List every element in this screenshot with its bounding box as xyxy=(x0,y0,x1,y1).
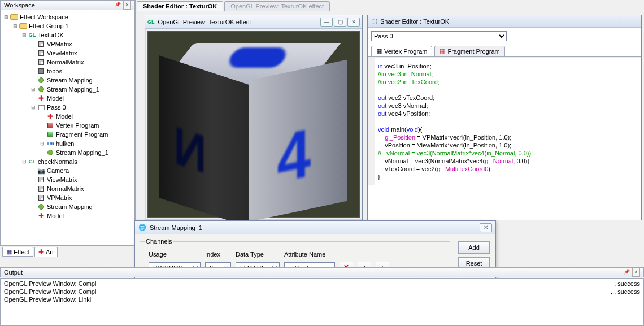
close-icon[interactable]: ✕ xyxy=(480,223,492,232)
tree-item[interactable]: NormalMatrix xyxy=(1,58,134,67)
tree-label: Effect Workspace xyxy=(20,14,68,20)
expand-icon[interactable]: ⊟ xyxy=(3,14,10,20)
tree-label: Stream Mapping xyxy=(47,77,93,84)
shader-titlebar[interactable]: ⬚ Shader Editor : TexturOK xyxy=(368,15,641,28)
gl-icon: GL xyxy=(28,31,37,39)
expand-icon[interactable]: ⊟ xyxy=(12,23,19,29)
expand-icon[interactable]: ⊟ xyxy=(21,159,28,164)
pin-icon[interactable]: 📌 xyxy=(624,268,630,277)
output-log[interactable]: OpenGL Preview Window: CompiOpenGL Previ… xyxy=(0,278,644,326)
tab-fragment-program[interactable]: ▦Fragment Program xyxy=(434,46,504,56)
texture-glyph-n: N xyxy=(173,114,206,186)
globe-icon: 🌐 xyxy=(138,224,146,231)
texture-glyph-4: 4 xyxy=(277,113,311,198)
tree-label: ViewMatrix xyxy=(47,50,77,56)
tree-item[interactable]: ✚Model xyxy=(1,112,134,121)
tree-item[interactable]: VPMatrix xyxy=(1,193,134,202)
tree-item[interactable]: ViewMatrix xyxy=(1,175,134,184)
tree-item[interactable]: Stream Mapping xyxy=(1,76,134,85)
tree-label: checkNormals xyxy=(38,158,77,165)
tree-label: VPMatrix xyxy=(47,194,72,201)
folder-icon xyxy=(19,22,28,30)
gl-titlebar[interactable]: GL OpenGL Preview: TexturOK effect — ▢ ✕ xyxy=(145,15,362,29)
output-title: Output xyxy=(4,268,23,276)
gl-icon: GL xyxy=(147,19,155,25)
maximize-icon[interactable]: ▢ xyxy=(334,18,346,27)
tree-item[interactable]: ✚Model xyxy=(1,211,134,220)
tree-item[interactable]: ⊟GLTexturOK xyxy=(1,31,134,40)
add-button[interactable]: Add xyxy=(458,241,490,254)
tree-item[interactable]: ✚Model xyxy=(1,94,134,103)
workspace-tabs: ▦Effect ✚Art xyxy=(0,246,135,257)
minimize-icon[interactable]: — xyxy=(320,18,333,27)
folder-icon xyxy=(10,13,19,21)
vert-icon xyxy=(46,121,55,129)
output-titlebar: Output 📌 × xyxy=(0,267,644,277)
gl-title: OpenGL Preview: TexturOK effect xyxy=(158,19,251,25)
expand-icon[interactable]: ⊞ xyxy=(39,141,46,146)
tab-effect[interactable]: ▦Effect xyxy=(2,247,33,257)
tree-label: Stream Mapping_1 xyxy=(56,149,108,156)
tree-label: Effect Group 1 xyxy=(29,23,69,29)
grid-icon xyxy=(37,58,46,66)
tab-gl-preview[interactable]: OpenGL Preview: TexturOK effect xyxy=(224,1,330,11)
tree-item[interactable]: Vertex Program xyxy=(1,121,134,130)
expand-icon[interactable]: ⊟ xyxy=(21,32,28,38)
tree-item[interactable]: tobbs xyxy=(1,67,134,76)
channels-legend: Channels xyxy=(145,238,173,245)
tree-item[interactable]: Stream Mapping xyxy=(1,202,134,211)
document-tabs: Shader Editor : TexturOK OpenGL Preview:… xyxy=(136,0,644,11)
dialog-titlebar[interactable]: 🌐 Stream Mapping_1 ✕ xyxy=(135,221,495,234)
pin-icon[interactable]: 📌 xyxy=(115,1,121,10)
tree-item[interactable]: ⊟Effect Workspace xyxy=(1,12,134,21)
tree-label: Stream Mapping_1 xyxy=(47,86,99,93)
tree-item[interactable]: 📷Camera xyxy=(1,166,134,175)
tree-item[interactable]: VPMatrix xyxy=(1,40,134,49)
dialog-title: Stream Mapping_1 xyxy=(150,224,202,231)
pass-selector[interactable]: Pass 0 xyxy=(371,31,507,41)
tree-item[interactable]: ⊟Effect Group 1 xyxy=(1,21,134,31)
tree-item[interactable]: Stream Mapping_1 xyxy=(1,148,134,157)
close-icon[interactable]: × xyxy=(123,1,131,10)
tree-label: Stream Mapping xyxy=(47,203,93,210)
tree-label: Fragment Program xyxy=(56,131,108,138)
close-icon[interactable]: × xyxy=(632,268,640,277)
pass-icon xyxy=(37,103,46,111)
tree-label: Model xyxy=(47,212,64,219)
code-editor[interactable]: in vec3 in_Position;//in vec3 in_Normal;… xyxy=(368,57,641,185)
tree-item[interactable]: ViewMatrix xyxy=(1,49,134,58)
tree-label: NormalMatrix xyxy=(47,59,84,66)
tree-item[interactable]: Fragment Program xyxy=(1,130,134,139)
tree-item[interactable]: ⊞Tmhulken xyxy=(1,139,134,148)
tree-label: hulken xyxy=(56,140,74,147)
tm-icon: Tm xyxy=(46,140,55,147)
gl-preview-window: GL OpenGL Preview: TexturOK effect — ▢ ✕… xyxy=(145,15,363,220)
tree-label: tobbs xyxy=(47,68,62,75)
grid-icon xyxy=(37,176,46,184)
tab-shader-editor[interactable]: Shader Editor : TexturOK xyxy=(137,1,223,11)
fragment-icon: ▦ xyxy=(440,47,445,55)
tree-label: Model xyxy=(56,113,73,120)
tab-art[interactable]: ✚Art xyxy=(34,247,58,257)
gl-icon: GL xyxy=(28,158,37,166)
col-dtype: Data Type xyxy=(235,250,280,258)
tree-item[interactable]: ⊟GLcheckNormals xyxy=(1,157,134,166)
tree-item[interactable]: NormalMatrix xyxy=(1,184,134,193)
shader-icon: ⬚ xyxy=(371,18,377,25)
model-icon: ✚ xyxy=(37,212,46,220)
tree-label: ViewMatrix xyxy=(47,176,77,183)
shader-tabs: ▦Vertex Program ▦Fragment Program xyxy=(368,45,641,57)
cam-icon: 📷 xyxy=(37,167,46,175)
tree-item[interactable]: ⊞Stream Mapping_1 xyxy=(1,85,134,94)
tab-vertex-program[interactable]: ▦Vertex Program xyxy=(371,46,432,56)
close-icon[interactable]: ✕ xyxy=(347,18,360,27)
tree-item[interactable]: ⊟Pass 0 xyxy=(1,103,134,112)
workspace-tree[interactable]: ⊟Effect Workspace⊟Effect Group 1⊟GLTextu… xyxy=(0,10,135,246)
gl-viewport[interactable]: 4 N xyxy=(147,31,360,218)
workspace-titlebar: Workspace 📌 × xyxy=(0,0,135,10)
expand-icon[interactable]: ⊞ xyxy=(30,86,37,92)
expand-icon[interactable]: ⊟ xyxy=(30,105,37,110)
tree-label: VPMatrix xyxy=(47,41,72,47)
shader-editor-window: ⬚ Shader Editor : TexturOK Pass 0 ▦Verte… xyxy=(367,15,642,220)
globe-icon xyxy=(37,76,46,84)
